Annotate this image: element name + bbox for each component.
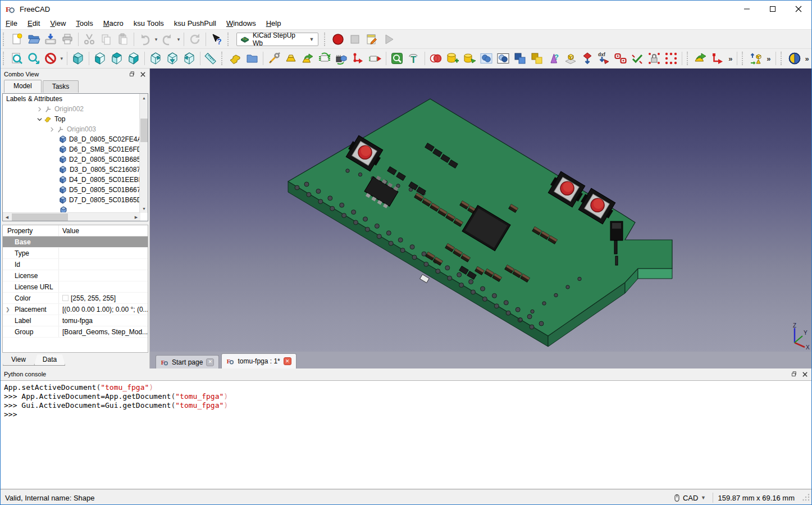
redo-dropdown[interactable]: ▾ [176, 37, 181, 42]
toolbar-grip[interactable] [227, 33, 231, 46]
macro-record-button[interactable] [330, 31, 346, 47]
tree-item-d5[interactable]: D5_D_0805_5C01B667 [3, 185, 140, 195]
toolbar-grip[interactable] [3, 52, 7, 65]
boolean-venn-button[interactable] [427, 51, 444, 67]
scrollbar-thumb[interactable] [12, 213, 68, 221]
toolbar-grip[interactable] [324, 33, 328, 46]
export-ingot-2-button[interactable] [692, 51, 709, 67]
undo-dropdown[interactable]: ▾ [153, 37, 159, 42]
workbench-selector[interactable]: KiCad StepUp Wb ▼ [236, 33, 318, 46]
tree-horizontal-scrollbar[interactable]: ◀ ▶ [3, 212, 140, 221]
expander-icon[interactable] [35, 117, 43, 122]
console-float-button[interactable] [789, 370, 798, 378]
close-button[interactable] [786, 1, 811, 17]
menu-help[interactable]: Help [261, 18, 286, 29]
property-row-license[interactable]: License [3, 270, 148, 281]
print-button[interactable] [59, 31, 76, 47]
whats-this-button[interactable]: ? [208, 31, 225, 47]
box-on-plane-button[interactable] [562, 51, 579, 67]
lock-position-button[interactable] [646, 51, 663, 67]
tree-item-d8[interactable]: D8_D_0805_5C02FE4A [3, 134, 140, 144]
tree-item-d7[interactable]: D7_D_0805_5C01B65D [3, 195, 140, 205]
expander-icon[interactable] [35, 107, 43, 112]
tree-item-d4[interactable]: D4_D_0805_5C01EEBE [3, 175, 140, 185]
macro-stop-button[interactable] [346, 31, 363, 47]
new-pcb-part-button[interactable] [227, 51, 244, 67]
menu-windows[interactable]: Windows [221, 18, 261, 29]
scroll-down-icon[interactable]: ▼ [140, 204, 148, 213]
combo-close-button[interactable] [138, 70, 147, 78]
maximize-button[interactable] [760, 1, 786, 17]
toolbar-grip[interactable] [742, 52, 746, 65]
property-row-id[interactable]: Id [3, 259, 148, 270]
property-group-base[interactable]: Base [3, 236, 148, 248]
property-row-placement[interactable]: ❯Placement [(0.00 0.00 1.00); 0.00 °; (0… [3, 304, 148, 315]
view-bottom-button[interactable] [164, 51, 181, 67]
menu-view[interactable]: View [45, 18, 71, 29]
navigation-style-dropdown[interactable]: CAD ▼ [671, 493, 708, 503]
macro-edit-button[interactable] [363, 31, 380, 47]
menu-file[interactable]: File [1, 18, 22, 29]
scroll-up-icon[interactable]: ▲ [140, 94, 148, 102]
redo-button[interactable] [159, 31, 176, 47]
export-tracks-button[interactable] [350, 51, 367, 67]
menu-tools[interactable]: Tools [71, 18, 98, 29]
toolbar-grip[interactable] [221, 52, 225, 65]
view-rear-button[interactable] [147, 51, 164, 67]
tree-item-d2[interactable]: D2_D_0805_5C01B685 [3, 154, 140, 165]
cylinder-export-button[interactable] [461, 51, 478, 67]
tab-tasks[interactable]: Tasks [43, 80, 79, 93]
export-ingot-button[interactable] [282, 51, 299, 67]
tab-close-button[interactable]: ✕ [206, 358, 214, 366]
view-left-button[interactable] [181, 51, 198, 67]
common-shapes-button[interactable] [495, 51, 512, 67]
edit-tools-button[interactable] [266, 51, 282, 67]
menu-ksu-tools[interactable]: ksu Tools [129, 18, 169, 29]
tab-data[interactable]: Data [34, 354, 65, 366]
cut-blue-button[interactable] [512, 51, 528, 67]
expander-icon[interactable] [48, 127, 56, 132]
refresh-button[interactable] [186, 31, 203, 47]
tab-start-page[interactable]: F Start page ✕ [156, 355, 219, 368]
tab-view[interactable]: View [3, 354, 34, 366]
toolbar-grip[interactable] [781, 52, 784, 65]
open-board-button[interactable] [244, 51, 261, 67]
view-axonometric-button[interactable] [70, 51, 86, 67]
draw-style-button[interactable] [42, 51, 59, 67]
tree-item-top[interactable]: Top [3, 114, 140, 124]
cut-yellow-button[interactable] [528, 51, 545, 67]
property-row-label[interactable]: Label tomu-fpga [3, 315, 148, 326]
property-row-color[interactable]: Color [255, 255, 255] [3, 293, 148, 304]
tab-close-button[interactable]: ✕ [284, 357, 291, 365]
macro-play-button[interactable] [380, 31, 397, 47]
combo-float-button[interactable] [127, 70, 136, 78]
push-footprint-button[interactable] [367, 51, 384, 67]
tree-vertical-scrollbar[interactable]: ▲ ▼ [139, 94, 148, 213]
pcb-3d-model[interactable] [150, 69, 812, 352]
fuse-shapes-button[interactable] [478, 51, 495, 67]
undo-button[interactable] [136, 31, 153, 47]
tab-model[interactable]: Model [4, 80, 42, 93]
toolbar-overflow-2[interactable]: » [764, 54, 773, 63]
link-pair-button[interactable] [612, 51, 629, 67]
toolbar-grip[interactable] [3, 33, 7, 46]
ic-to-step-button[interactable] [333, 51, 350, 67]
open-button[interactable] [25, 31, 42, 47]
3d-viewport[interactable]: Z Y X [150, 69, 812, 352]
shape-question-button[interactable]: ? [545, 51, 562, 67]
minimize-button[interactable] [734, 1, 760, 17]
save-button[interactable] [42, 31, 59, 47]
tree-item-origin003[interactable]: Origin003 [3, 124, 140, 134]
tab-tomu-fpga[interactable]: F tomu-fpga : 1* ✕ [221, 353, 296, 368]
menu-ksu-pushpull[interactable]: ksu PushPull [169, 18, 221, 29]
sketch-tracks-button[interactable] [709, 51, 726, 67]
draw-style-dropdown[interactable]: ▾ [59, 56, 65, 61]
console-prompt-line[interactable]: >>> [4, 410, 811, 419]
tree-item-origin002[interactable]: Origin002 [3, 104, 140, 114]
property-row-license-url[interactable]: License URL [3, 281, 148, 293]
cylinder-add-button[interactable] [444, 51, 461, 67]
ksu-text-button[interactable]: T [405, 51, 422, 67]
resize-grip[interactable] [802, 494, 810, 502]
validate-shape-button[interactable] [629, 51, 646, 67]
tree-item-d6[interactable]: D6_D_SMB_5C01E6FD [3, 144, 140, 154]
